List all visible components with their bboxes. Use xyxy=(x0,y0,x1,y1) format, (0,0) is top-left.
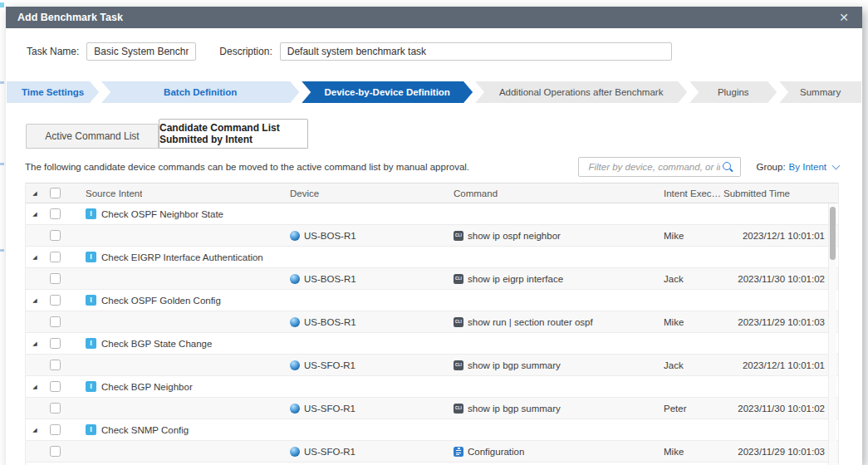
intent-name: Check SNMP Config xyxy=(101,425,189,435)
task-name-label: Task Name: xyxy=(27,46,79,57)
intent-group-row: ◢ I Check OSPF Golden Config xyxy=(26,290,838,311)
row-checkbox[interactable] xyxy=(50,230,61,241)
candidate-command-table: ◢ Source Intent Device Command Intent Ex… xyxy=(25,183,839,465)
close-icon[interactable]: ✕ xyxy=(836,10,852,25)
intent-executor-cell: Mike xyxy=(664,447,684,457)
submitted-time-cell: 2023/12/1 10:01:01 xyxy=(743,231,825,241)
expand-icon[interactable]: ◢ xyxy=(32,427,37,433)
intent-group-row: ◢ I Check SNMP Config xyxy=(26,419,838,441)
scrollbar-thumb[interactable] xyxy=(830,207,836,260)
column-header-device: Device xyxy=(290,188,319,198)
chevron-down-icon xyxy=(832,162,841,170)
wizard-step-device-by-device-definition[interactable]: Device-by-Device Definition xyxy=(302,81,473,103)
intent-executor-cell: Jack xyxy=(664,360,684,370)
row-checkbox[interactable] xyxy=(50,295,61,306)
task-name-input[interactable] xyxy=(86,42,196,61)
add-benchmark-task-dialog: Add Benchmark Task ✕ Task Name: Descript… xyxy=(6,7,862,465)
command-row: US-SFO-R1 Configuration Mike 2023/11/29 … xyxy=(26,441,838,463)
intent-name: Check OSPF Golden Config xyxy=(101,296,221,306)
column-header-intent-executor: Intent Executor xyxy=(664,188,722,198)
device-name: US-BOS-R1 xyxy=(304,317,356,327)
cli-icon: CLI xyxy=(454,360,463,370)
expand-icon[interactable]: ◢ xyxy=(32,211,37,217)
wizard-step-label: Batch Definition xyxy=(164,87,237,97)
device-name: US-SFO-R1 xyxy=(304,360,356,370)
group-by-dropdown[interactable]: Group: By Intent xyxy=(756,162,839,172)
column-header-command: Command xyxy=(454,188,498,198)
tab-active-command-list[interactable]: Active Command List xyxy=(26,124,159,149)
expand-icon[interactable]: ◢ xyxy=(32,297,37,303)
filter-input[interactable] xyxy=(586,161,722,173)
intent-icon: I xyxy=(86,295,96,306)
wizard-step-batch-definition[interactable]: Batch Definition xyxy=(101,81,299,103)
row-checkbox[interactable] xyxy=(50,252,61,262)
submitted-time-cell: 2023/11/30 10:01:02 xyxy=(738,404,825,414)
command-row: US-BOS-R1 CLI show ip ospf neighbor Mike… xyxy=(26,225,838,247)
tab-candidate-command-list[interactable]: Candidate Command List Submitted by Inte… xyxy=(159,119,308,149)
submitted-time-cell: 2023/12/1 10:01:01 xyxy=(743,360,825,370)
select-all-checkbox[interactable] xyxy=(50,188,61,198)
wizard-step-label: Summary xyxy=(800,87,841,97)
toolbar-row: The following candidate device commands … xyxy=(25,156,839,178)
intent-name: Check EIGRP Interface Authentication xyxy=(101,252,263,262)
intent-group-row: ◢ I Check BGP Neighbor xyxy=(26,376,838,398)
intent-name: Check BGP State Change xyxy=(101,339,212,349)
filter-box xyxy=(578,157,741,177)
row-checkbox[interactable] xyxy=(50,446,61,457)
row-checkbox[interactable] xyxy=(50,273,61,284)
vertical-scrollbar[interactable] xyxy=(828,203,836,465)
row-checkbox[interactable] xyxy=(50,208,61,219)
expand-icon[interactable]: ◢ xyxy=(32,384,37,389)
device-name: US-BOS-R1 xyxy=(304,274,356,284)
cli-icon: CLI xyxy=(454,404,463,414)
wizard-step-plugins[interactable]: Plugins xyxy=(689,81,777,103)
submitted-time-cell: 2023/11/30 10:01:02 xyxy=(738,274,825,284)
submitted-time-cell: 2023/11/29 10:01:03 xyxy=(738,317,825,327)
background-artifact xyxy=(0,81,4,84)
row-checkbox[interactable] xyxy=(50,381,61,392)
intent-executor-cell: Mike xyxy=(664,317,684,327)
tab-bar: Active Command List Candidate Command Li… xyxy=(26,119,862,149)
search-icon[interactable] xyxy=(722,161,734,174)
device-name: US-SFO-R1 xyxy=(304,447,356,457)
command-text: Configuration xyxy=(468,447,524,457)
row-checkbox[interactable] xyxy=(50,403,61,414)
command-row: US-BOS-R1 CLI show run | section router … xyxy=(26,311,838,333)
intent-executor-cell: Peter xyxy=(664,404,687,414)
collapse-all-icon[interactable]: ◢ xyxy=(32,190,37,196)
wizard-step-time-settings[interactable]: Time Settings xyxy=(7,81,99,103)
wizard-step-additional-operations-after-benchmark[interactable]: Additional Operations after Benchmark xyxy=(475,81,687,103)
command-text: show ip bgp summary xyxy=(468,404,561,414)
device-icon xyxy=(290,447,300,457)
device-name: US-BOS-R1 xyxy=(304,231,356,241)
description-label: Description: xyxy=(219,46,272,57)
device-icon xyxy=(290,231,300,241)
wizard-step-summary[interactable]: Summary xyxy=(779,81,861,103)
command-text: show run | section router ospf xyxy=(468,317,593,327)
intent-icon: I xyxy=(86,208,96,219)
device-icon xyxy=(290,360,300,370)
group-value: By Intent xyxy=(789,162,826,172)
intent-name: Check OSPF Neighbor State xyxy=(101,209,223,219)
column-header-submitted-time: Submitted Time xyxy=(723,188,790,198)
wizard-steps: Time Settings Batch Definition Device-by… xyxy=(7,81,861,103)
expand-icon[interactable]: ◢ xyxy=(32,254,37,260)
command-text: show ip eigrp interface xyxy=(468,274,563,284)
row-checkbox[interactable] xyxy=(50,316,61,327)
task-form-row: Task Name: Description: xyxy=(27,42,862,61)
device-icon xyxy=(290,404,300,414)
hint-text: The following candidate device commands … xyxy=(25,162,578,172)
expand-icon[interactable]: ◢ xyxy=(32,340,37,346)
cli-icon: CLI xyxy=(454,231,463,241)
row-checkbox[interactable] xyxy=(50,338,61,349)
dialog-titlebar: Add Benchmark Task ✕ xyxy=(6,7,862,28)
command-row: US-BOS-R1 CLI show ip eigrp interface Ja… xyxy=(26,268,838,290)
row-checkbox[interactable] xyxy=(50,360,61,370)
device-icon xyxy=(290,317,300,327)
intent-group-row: ◢ I Check EIGRP Interface Authentication xyxy=(26,247,838,268)
row-checkbox[interactable] xyxy=(50,424,61,435)
tab-label: Candidate Command List Submitted by Inte… xyxy=(159,122,307,145)
intent-icon: I xyxy=(86,424,96,435)
description-input[interactable] xyxy=(280,42,672,61)
group-label: Group: xyxy=(756,162,785,172)
